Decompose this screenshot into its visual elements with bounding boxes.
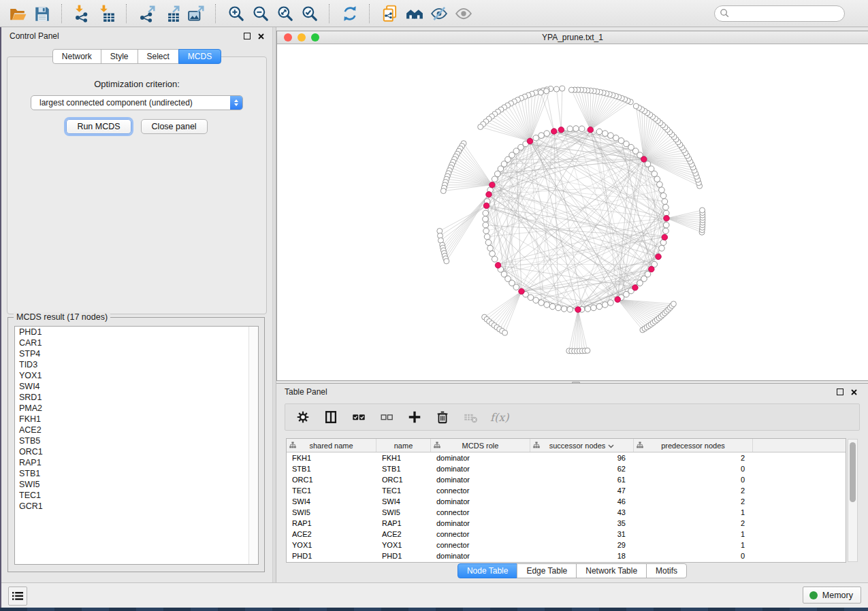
table-row[interactable]: FKH1FKH1dominator962: [287, 452, 846, 463]
table-row[interactable]: SWI5SWI5connector431: [287, 507, 846, 518]
mcds-result-item[interactable]: TID3: [15, 359, 258, 370]
tab-style[interactable]: Style: [101, 49, 138, 64]
tab-network[interactable]: Network: [52, 49, 101, 64]
table-row[interactable]: SWI4SWI4dominator462: [287, 496, 846, 507]
sort-chevron-icon[interactable]: [608, 442, 614, 450]
table-tab-motifs[interactable]: Motifs: [646, 563, 687, 578]
table-row[interactable]: TEC1TEC1connector472: [287, 485, 846, 496]
memory-button[interactable]: Memory: [803, 587, 861, 604]
zoom-in-icon[interactable]: [225, 3, 246, 24]
table-cell: 1: [634, 530, 753, 538]
tab-mcds[interactable]: MCDS: [178, 49, 221, 64]
table-tabs: Node TableEdge TableNetwork TableMotifs: [276, 563, 868, 578]
memory-status-icon: [809, 591, 818, 599]
zoom-out-icon[interactable]: [250, 3, 271, 24]
table-row[interactable]: RAP1RAP1dominator352: [287, 518, 846, 529]
mcds-list-scrollbar[interactable]: [248, 327, 258, 564]
search-input[interactable]: [730, 8, 840, 19]
mcds-result-item[interactable]: STB1: [15, 468, 258, 479]
table-scrollbar[interactable]: [848, 439, 858, 562]
refresh-icon[interactable]: [339, 3, 360, 24]
mcds-result-item[interactable]: CAR1: [15, 337, 258, 348]
table-tab-edge-table[interactable]: Edge Table: [517, 563, 577, 578]
mcds-result-item[interactable]: SRD1: [15, 392, 258, 403]
table-row[interactable]: PHD1PHD1dominator180: [287, 550, 846, 561]
table-scrollbar-thumb[interactable]: [850, 442, 856, 502]
network-snapshot-icon[interactable]: [379, 3, 400, 24]
toolbar-separator: [61, 4, 63, 23]
mcds-result-item[interactable]: FKH1: [15, 414, 258, 425]
column-header[interactable]: predecessor nodes: [634, 439, 753, 452]
table-cell: PHD1: [287, 552, 376, 560]
deselect-all-icon[interactable]: [379, 409, 395, 425]
select-all-icon[interactable]: [351, 409, 367, 425]
delete-table-icon[interactable]: [462, 409, 479, 425]
table-row[interactable]: ACE2ACE2connector311: [287, 529, 846, 540]
open-icon[interactable]: [7, 3, 28, 24]
control-panel: Control Panel NetworkStyleSelectMCDS Opt…: [1, 27, 272, 583]
first-neighbors-icon[interactable]: [404, 3, 425, 24]
save-icon[interactable]: [31, 3, 52, 24]
export-image-icon[interactable]: [185, 3, 206, 24]
show-all-icon[interactable]: [453, 3, 474, 24]
control-panel-tabs: NetworkStyleSelectMCDS: [1, 49, 272, 64]
column-header[interactable]: successor nodes: [530, 439, 634, 452]
table-row[interactable]: ORC1ORC1dominator610: [287, 474, 846, 485]
mcds-result-item[interactable]: YOX1: [15, 370, 258, 381]
hide-selected-icon[interactable]: [428, 3, 449, 24]
table-row[interactable]: STB1STB1dominator620: [287, 463, 846, 474]
search-box[interactable]: [714, 5, 845, 22]
mcds-result-item[interactable]: ORC1: [15, 446, 258, 457]
task-history-button[interactable]: [8, 587, 27, 606]
column-header[interactable]: shared name: [287, 439, 376, 452]
column-header[interactable]: name: [376, 439, 431, 452]
mcds-result-item[interactable]: PMA2: [15, 403, 258, 414]
import-table-icon[interactable]: [96, 3, 117, 24]
mcds-result-item[interactable]: GCR1: [15, 501, 258, 512]
table-cell: 0: [634, 476, 753, 484]
run-mcds-button[interactable]: Run MCDS: [66, 119, 131, 134]
table-tab-node-table[interactable]: Node Table: [457, 563, 518, 578]
list-icon: [12, 591, 23, 601]
table-row[interactable]: YOX1YOX1connector291: [287, 540, 846, 550]
zoom-selected-icon[interactable]: [299, 3, 320, 24]
mcds-result-item[interactable]: RAP1: [15, 457, 258, 468]
show-columns-icon[interactable]: [323, 409, 339, 425]
table-panel: Table Panel f(x) shared namenameMCDS rol…: [276, 383, 868, 583]
export-network-icon[interactable]: [136, 3, 157, 24]
mcds-result-item[interactable]: PHD1: [15, 327, 258, 337]
tab-select[interactable]: Select: [138, 49, 179, 64]
mcds-result-item[interactable]: ACE2: [15, 425, 258, 435]
close-panel-button[interactable]: Close panel: [141, 119, 208, 134]
add-column-icon[interactable]: [406, 409, 423, 425]
float-panel-icon[interactable]: [244, 33, 251, 39]
delete-columns-icon[interactable]: [434, 409, 451, 425]
export-table-icon[interactable]: [161, 3, 182, 24]
node-table: shared namenameMCDS rolesuccessor nodesp…: [286, 438, 846, 563]
column-header[interactable]: MCDS role: [431, 439, 530, 452]
table-tab-network-table[interactable]: Network Table: [576, 563, 647, 578]
mcds-result-item[interactable]: SWI4: [15, 381, 258, 392]
mcds-result-list[interactable]: PHD1CAR1STP4TID3YOX1SWI4SRD1PMA2FKH1ACE2…: [14, 326, 259, 565]
table-cell: TEC1: [376, 486, 431, 495]
optimization-criterion-select[interactable]: largest connected component (undirected): [31, 95, 243, 110]
table-cell: dominator: [431, 519, 530, 527]
function-builder-icon[interactable]: f(x): [490, 411, 509, 424]
table-mode-icon[interactable]: [295, 409, 311, 425]
table-cell: 46: [530, 497, 634, 506]
mcds-result-item[interactable]: STB5: [15, 435, 258, 446]
float-table-panel-icon[interactable]: [837, 389, 843, 395]
mac-zoom-button[interactable]: [311, 33, 319, 42]
mcds-result-item[interactable]: TEC1: [15, 490, 258, 501]
close-panel-icon[interactable]: [258, 33, 264, 39]
mac-minimize-button[interactable]: [298, 33, 306, 42]
network-canvas[interactable]: [277, 44, 868, 380]
mcds-tab-content: Optimization criterion: largest connecte…: [7, 56, 267, 314]
mcds-result-item[interactable]: STP4: [15, 348, 258, 359]
network-window-titlebar[interactable]: YPA_prune.txt_1: [277, 31, 868, 44]
mcds-result-item[interactable]: SWI5: [15, 479, 258, 490]
zoom-fit-icon[interactable]: [274, 3, 295, 24]
import-network-icon[interactable]: [71, 3, 93, 24]
close-table-panel-icon[interactable]: [851, 389, 857, 395]
mac-close-button[interactable]: [284, 33, 292, 42]
